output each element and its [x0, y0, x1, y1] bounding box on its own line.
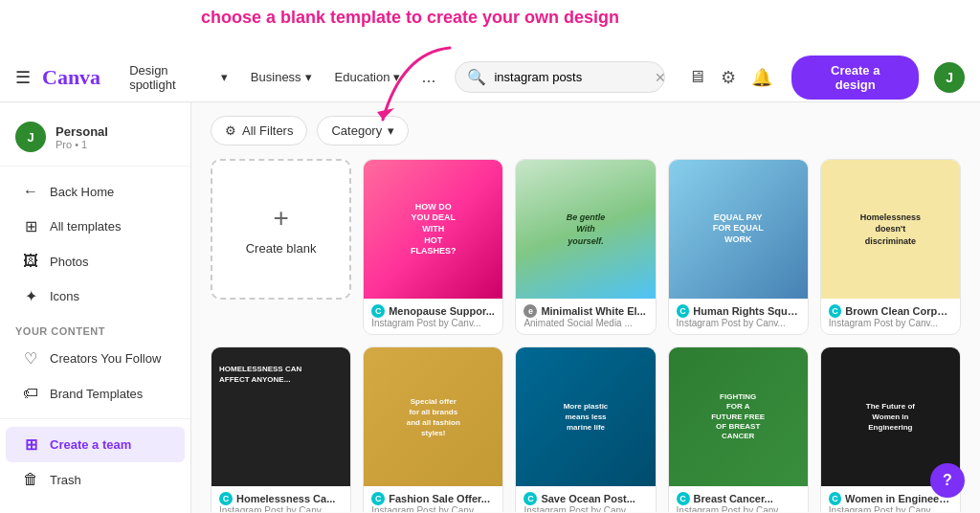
template-card[interactable]: More plastic means less marine life C Sa…: [515, 346, 656, 512]
logo[interactable]: Canva: [42, 65, 100, 90]
nav-icons: 🖥 ⚙ 🔔: [684, 63, 776, 92]
template-subtitle: Instagram Post by Canv...: [219, 505, 343, 512]
settings-icon[interactable]: ⚙: [717, 63, 740, 92]
template-subtitle: Instagram Post by Canv...: [829, 318, 952, 328]
trash-icon: 🗑: [21, 471, 40, 488]
sidebar-item-label: Creators You Follow: [50, 351, 161, 366]
sidebar-item-back-home[interactable]: ← Back Home: [6, 174, 185, 209]
provider-dot: C: [371, 304, 385, 318]
sidebar-item-label: Icons: [50, 289, 79, 303]
user-name: Personal: [56, 124, 175, 139]
template-subtitle: Instagram Post by Canv...: [371, 505, 495, 512]
template-subtitle: Instagram Post by Canv...: [371, 318, 495, 328]
nav-business[interactable]: Business ▾: [241, 64, 322, 90]
sidebar-user-avatar[interactable]: J: [15, 122, 46, 152]
template-subtitle: Animated Social Media ...: [523, 318, 647, 328]
hamburger-menu[interactable]: ☰: [15, 67, 31, 88]
search-input[interactable]: [494, 70, 647, 84]
topnav: ☰ Canva Design spotlight ▾ Business ▾ Ed…: [0, 53, 980, 102]
filter-icon: ⚙: [225, 123, 236, 138]
notification-icon[interactable]: 🔔: [747, 63, 776, 92]
user-avatar[interactable]: J: [934, 62, 965, 93]
provider-dot: C: [219, 492, 233, 505]
template-info: e Minimalist White El... Animated Social…: [516, 299, 655, 334]
sidebar-bottom: ⊞ Create a team 🗑 Trash: [0, 418, 190, 504]
templates-grid: + Create blank HOW DO YOU DEAL WITHHOT F…: [191, 159, 980, 512]
photos-icon: 🖼: [21, 253, 40, 270]
template-title: Breast Cancer...: [694, 493, 773, 504]
template-info: C Save Ocean Post... Instagram Post by C…: [516, 486, 655, 512]
sidebar-item-photos[interactable]: 🖼 Photos: [6, 244, 185, 279]
template-info: C Menopause Suppor... Instagram Post by …: [364, 299, 502, 334]
template-card[interactable]: HOW DO YOU DEAL WITHHOT FLASHES? C Menop…: [363, 159, 503, 335]
template-subtitle: Instagram Post by Canv...: [829, 505, 952, 512]
template-subtitle: Instagram Post by Canv...: [523, 505, 647, 512]
template-info: C Breast Cancer... Instagram Post by Can…: [669, 486, 808, 512]
brand-icon: 🏷: [21, 385, 40, 402]
template-info: C Homelessness Ca... Instagram Post by C…: [212, 486, 350, 512]
template-subtitle: Instagram Post by Canv...: [677, 318, 800, 328]
annotation-text: choose a blank template to create your o…: [201, 8, 619, 28]
template-title: Women in Engineering: [845, 493, 952, 504]
provider-dot: C: [523, 492, 537, 505]
provider-dot: C: [677, 492, 690, 505]
sidebar-item-all-templates[interactable]: ⊞ All templates: [6, 209, 185, 244]
sidebar-item-creators[interactable]: ♡ Creators You Follow: [6, 341, 185, 376]
all-filters-button[interactable]: ⚙ All Filters: [211, 116, 307, 145]
template-title: Minimalist White El...: [541, 305, 645, 317]
template-card[interactable]: Be gentleWith yourself. e Minimalist Whi…: [515, 159, 656, 335]
back-icon: ←: [21, 183, 40, 200]
help-button[interactable]: ?: [930, 463, 965, 498]
team-icon: ⊞: [21, 435, 40, 454]
provider-dot: C: [829, 492, 841, 505]
template-title: Brown Clean Corpor...: [845, 305, 952, 317]
templates-icon: ⊞: [21, 217, 40, 235]
user-section: J Personal Pro • 1: [0, 114, 190, 167]
template-title: Homelessness Ca...: [236, 493, 335, 504]
annotation-arrow: [373, 43, 488, 139]
sidebar-item-label: Brand Templates: [50, 387, 143, 401]
template-title: Human Rights Squa...: [693, 305, 799, 317]
template-card[interactable]: FIGHTING FOR A FUTURE FREE OF BREAST CAN…: [668, 346, 809, 512]
template-title: Save Ocean Post...: [541, 493, 635, 504]
sidebar-item-icons[interactable]: ✦ Icons: [6, 279, 185, 314]
chevron-down-icon: ▾: [305, 70, 312, 84]
sidebar-item-label: Create a team: [50, 437, 131, 452]
chevron-down-icon: ▾: [221, 70, 228, 84]
filter-bar: ⚙ All Filters Category ▾: [191, 102, 980, 159]
template-info: C Brown Clean Corpor... Instagram Post b…: [821, 299, 960, 334]
monitor-icon[interactable]: 🖥: [684, 63, 709, 91]
provider-dot: C: [371, 492, 385, 505]
clear-search-button[interactable]: ✕: [655, 70, 666, 85]
sidebar-item-label: Photos: [50, 255, 88, 269]
create-design-button[interactable]: Create a design: [791, 56, 919, 100]
provider-dot: C: [677, 304, 690, 318]
main-content: ⚙ All Filters Category ▾ + Create blank …: [191, 102, 980, 513]
sidebar-item-label: All templates: [50, 219, 121, 234]
template-card[interactable]: Homelessnessdoesn'tdiscriminate C Brown …: [820, 159, 961, 335]
template-card[interactable]: HOMELESSNESS CANAFFECT ANYONE... C Homel…: [211, 346, 351, 512]
user-meta: Pro • 1: [56, 139, 175, 150]
sidebar-item-label: Back Home: [50, 185, 114, 199]
template-card[interactable]: Special offer for all brands and all fas…: [363, 346, 503, 512]
sidebar-item-brand-templates[interactable]: 🏷 Brand Templates: [6, 376, 185, 411]
template-title: Menopause Suppor...: [389, 305, 495, 317]
template-title: Fashion Sale Offer...: [389, 493, 490, 504]
template-card[interactable]: EQUAL PAYFOR EQUALWORK C Human Rights Sq…: [668, 159, 809, 335]
your-content-label: Your Content: [0, 314, 190, 341]
create-blank-card[interactable]: + Create blank: [211, 159, 351, 300]
heart-icon: ♡: [21, 349, 40, 368]
provider-dot: C: [829, 304, 842, 318]
template-info: C Fashion Sale Offer... Instagram Post b…: [364, 486, 502, 512]
sidebar: J Personal Pro • 1 ← Back Home ⊞ All tem…: [0, 102, 191, 513]
nav-design-spotlight[interactable]: Design spotlight ▾: [120, 57, 237, 98]
sidebar-item-create-team[interactable]: ⊞ Create a team: [6, 427, 185, 462]
sidebar-item-label: Trash: [50, 473, 81, 487]
create-blank-label: Create blank: [246, 241, 317, 256]
create-blank-plus: +: [273, 203, 288, 234]
sidebar-nav: ← Back Home ⊞ All templates 🖼 Photos ✦ I…: [0, 167, 190, 418]
template-info: C Human Rights Squa... Instagram Post by…: [669, 299, 808, 334]
icons-icon: ✦: [21, 287, 40, 305]
template-subtitle: Instagram Post by Canv...: [677, 505, 800, 512]
sidebar-item-trash[interactable]: 🗑 Trash: [6, 462, 185, 497]
